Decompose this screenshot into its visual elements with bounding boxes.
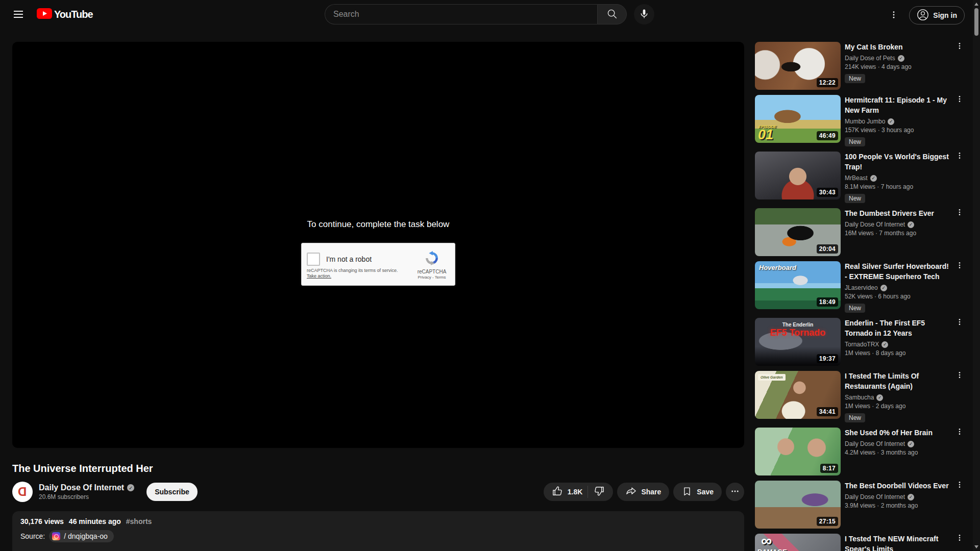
kebab-icon: [889, 10, 898, 21]
new-badge: New: [845, 413, 865, 422]
take-action-link[interactable]: Take action.: [307, 273, 331, 279]
channel-name[interactable]: Mumbo Jumbo: [845, 118, 951, 125]
youtube-play-icon: [37, 8, 52, 21]
view-count: 30,176 views: [20, 517, 64, 525]
dislike-button[interactable]: [588, 483, 613, 501]
video-title[interactable]: My Cat Is Broken: [845, 42, 951, 52]
sign-in-button[interactable]: Sign in: [909, 6, 965, 24]
search-input[interactable]: [325, 4, 597, 24]
item-menu-button[interactable]: [953, 371, 966, 383]
video-title[interactable]: The Dumbest Drivers Ever: [845, 208, 951, 218]
item-menu-button[interactable]: [953, 481, 966, 493]
video-title[interactable]: Real Silver Surfer Hoverboard! - EXTREME…: [845, 261, 951, 282]
video-thumbnail[interactable]: Hoverboard18:49: [755, 261, 841, 309]
scrollbar-thumb[interactable]: [974, 8, 978, 36]
recaptcha-links: Privacy - Terms: [418, 275, 446, 280]
new-badge: New: [845, 137, 865, 146]
voice-search-button[interactable]: [634, 4, 654, 24]
video-thumbnail[interactable]: Olive Garden34:41: [755, 371, 841, 419]
video-title[interactable]: Enderlin - The First EF5 Tornado in 12 Y…: [845, 318, 951, 338]
list-item[interactable]: 12:22My Cat Is BrokenDaily Dose of Pets2…: [755, 42, 966, 90]
channel-name[interactable]: JLaservideo: [845, 284, 951, 291]
source-handle: / dnqigbqa-oo: [64, 532, 108, 540]
scroll-down-icon[interactable]: [974, 545, 978, 548]
item-menu-button[interactable]: [953, 152, 966, 164]
video-title[interactable]: She Used 0% of Her Brain: [845, 428, 951, 438]
channel-name[interactable]: Daily Dose Of Internet: [39, 483, 124, 492]
description-box[interactable]: 30,176 views 46 minutes ago #shorts Sour…: [12, 511, 744, 551]
video-thumbnail[interactable]: 30:43: [755, 152, 841, 199]
duration-badge: 12:22: [817, 78, 838, 87]
video-thumbnail[interactable]: The EnderlinEF5 Tornado19:37: [755, 318, 841, 366]
like-button[interactable]: 1.8K: [544, 483, 588, 501]
list-item[interactable]: 20:04The Dumbest Drivers EverDaily Dose …: [755, 208, 966, 256]
menu-button[interactable]: [8, 4, 29, 24]
list-item[interactable]: 27:15The Best Doorbell Videos EverDaily …: [755, 481, 966, 529]
channel-name[interactable]: Daily Dose of Pets: [845, 55, 951, 62]
terms-link[interactable]: Terms: [435, 275, 446, 280]
video-title[interactable]: 100 People Vs World's Biggest Trap!: [845, 152, 951, 172]
item-menu-button[interactable]: [953, 534, 966, 546]
channel-name[interactable]: Daily Dose Of Internet: [845, 221, 951, 228]
list-item[interactable]: EPISODE0146:49Hermitcraft 11: Episode 1 …: [755, 95, 966, 146]
mic-icon: [639, 8, 650, 21]
channel-avatar[interactable]: D: [12, 482, 33, 502]
channel-name[interactable]: TornadoTRX: [845, 341, 951, 348]
privacy-link[interactable]: Privacy: [418, 275, 431, 280]
page-scrollbar[interactable]: [973, 0, 980, 551]
item-menu-button[interactable]: [953, 261, 966, 273]
item-menu-button[interactable]: [953, 95, 966, 107]
list-item[interactable]: 8:17She Used 0% of Her BrainDaily Dose O…: [755, 428, 966, 475]
save-button[interactable]: Save: [673, 483, 722, 501]
video-details: The Best Doorbell Videos EverDaily Dose …: [841, 481, 953, 529]
list-item[interactable]: ∞DAMAGEI Tested The NEW Minecraft Spear'…: [755, 534, 966, 551]
thumbnail-overlay-text: ∞: [761, 534, 772, 548]
video-meta: 214K views · 4 days ago: [845, 63, 951, 70]
description-tag[interactable]: #shorts: [126, 517, 152, 525]
ellipsis-icon: [730, 487, 740, 497]
channel-name[interactable]: Daily Dose Of Internet: [845, 493, 951, 500]
scroll-up-icon[interactable]: [974, 3, 978, 6]
thumbnail-overlay-text: The Enderlin: [755, 322, 841, 328]
video-thumbnail[interactable]: EPISODE0146:49: [755, 95, 841, 143]
search-button[interactable]: [597, 4, 627, 24]
share-label: Share: [641, 488, 661, 496]
source-link[interactable]: / dnqigbqa-oo: [49, 530, 114, 542]
video-title[interactable]: I Tested The NEW Minecraft Spear's Limit…: [845, 534, 951, 551]
thumbs-down-icon: [593, 485, 605, 498]
video-player[interactable]: To continue, complete the task below I'm…: [12, 42, 744, 448]
channel-avatar-letter: D: [18, 486, 27, 498]
video-meta: 157K views · 3 hours ago: [845, 127, 951, 134]
youtube-logo[interactable]: YouTube: [37, 8, 93, 21]
channel-name[interactable]: MrBeast: [845, 174, 951, 182]
video-thumbnail[interactable]: ∞DAMAGE: [755, 534, 841, 551]
video-meta: 8.1M views · 7 hours ago: [845, 183, 951, 190]
share-button[interactable]: Share: [617, 483, 669, 501]
verified-badge-icon: [876, 394, 883, 401]
item-menu-button[interactable]: [953, 428, 966, 440]
subscribe-button[interactable]: Subscribe: [146, 483, 198, 501]
video-thumbnail[interactable]: 20:04: [755, 208, 841, 256]
captcha-prompt: To continue, complete the task below: [307, 219, 450, 230]
new-badge: New: [845, 194, 865, 203]
item-menu-button[interactable]: [953, 318, 966, 330]
list-item[interactable]: The EnderlinEF5 Tornado19:37Enderlin - T…: [755, 318, 966, 366]
settings-menu-button[interactable]: [884, 5, 904, 26]
list-item[interactable]: 30:43100 People Vs World's Biggest Trap!…: [755, 152, 966, 203]
more-actions-button[interactable]: [726, 483, 744, 501]
video-thumbnail[interactable]: 27:15: [755, 481, 841, 529]
video-title[interactable]: Hermitcraft 11: Episode 1 - My New Farm: [845, 95, 951, 115]
recaptcha-checkbox[interactable]: [307, 253, 320, 266]
channel-name[interactable]: Daily Dose Of Internet: [845, 440, 951, 447]
video-title[interactable]: I Tested The Limits Of Restaurants (Agai…: [845, 371, 951, 391]
video-details: Real Silver Surfer Hoverboard! - EXTREME…: [841, 261, 953, 313]
duration-badge: 20:04: [817, 244, 838, 254]
channel-name[interactable]: Sambucha: [845, 394, 951, 401]
item-menu-button[interactable]: [953, 208, 966, 220]
item-menu-button[interactable]: [953, 42, 966, 54]
list-item[interactable]: Olive Garden34:41I Tested The Limits Of …: [755, 371, 966, 422]
video-thumbnail[interactable]: 8:17: [755, 428, 841, 475]
video-title[interactable]: The Best Doorbell Videos Ever: [845, 481, 951, 491]
list-item[interactable]: Hoverboard18:49Real Silver Surfer Hoverb…: [755, 261, 966, 313]
video-thumbnail[interactable]: 12:22: [755, 42, 841, 90]
